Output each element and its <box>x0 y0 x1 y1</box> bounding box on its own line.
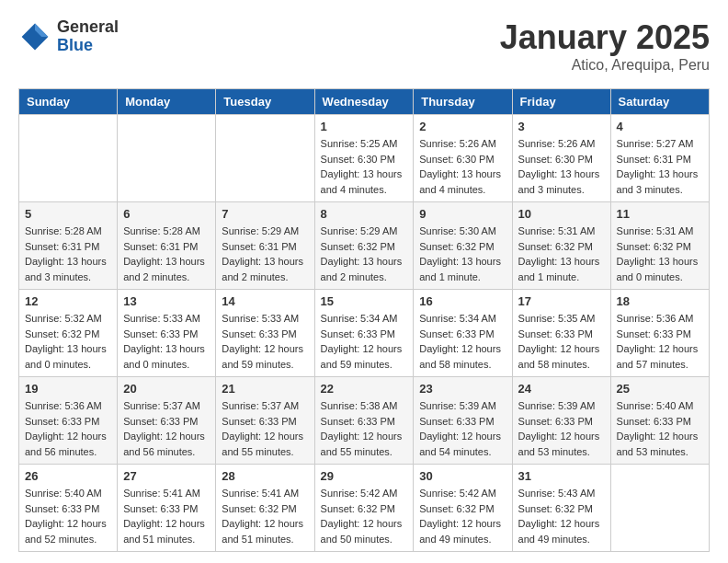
day-number: 7 <box>222 207 308 221</box>
table-row: 19 Sunrise: 5:36 AM Sunset: 6:33 PM Dayl… <box>19 377 118 465</box>
day-info: Sunrise: 5:36 AM Sunset: 6:33 PM Dayligh… <box>25 398 111 459</box>
daylight-hours: Daylight: 13 hours and 3 minutes. <box>518 168 600 195</box>
sunset: Sunset: 6:32 PM <box>321 241 395 252</box>
month-title: January 2025 <box>500 18 710 57</box>
day-info: Sunrise: 5:40 AM Sunset: 6:33 PM Dayligh… <box>25 486 111 546</box>
sunrise: Sunrise: 5:34 AM <box>419 313 496 324</box>
table-row: 30 Sunrise: 5:42 AM Sunset: 6:32 PM Dayl… <box>414 465 512 552</box>
day-info: Sunrise: 5:41 AM Sunset: 6:33 PM Dayligh… <box>123 486 210 546</box>
day-info: Sunrise: 5:42 AM Sunset: 6:32 PM Dayligh… <box>321 486 408 546</box>
sunset: Sunset: 6:33 PM <box>518 416 593 427</box>
title-block: January 2025 Atico, Arequipa, Peru <box>500 18 710 74</box>
calendar-week-row: 19 Sunrise: 5:36 AM Sunset: 6:33 PM Dayl… <box>19 377 710 465</box>
sunset: Sunset: 6:30 PM <box>518 154 593 165</box>
sunset: Sunset: 6:31 PM <box>25 241 99 252</box>
day-number: 13 <box>123 294 210 308</box>
day-number: 18 <box>617 294 703 308</box>
sunrise: Sunrise: 5:42 AM <box>321 488 398 499</box>
table-row: 11 Sunrise: 5:31 AM Sunset: 6:32 PM Dayl… <box>610 202 709 290</box>
daylight-hours: Daylight: 13 hours and 4 minutes. <box>419 168 501 195</box>
sunset: Sunset: 6:32 PM <box>518 241 593 252</box>
sunset: Sunset: 6:30 PM <box>419 154 494 165</box>
day-number: 2 <box>419 120 506 133</box>
sunrise: Sunrise: 5:39 AM <box>518 400 596 411</box>
table-row: 4 Sunrise: 5:27 AM Sunset: 6:31 PM Dayli… <box>610 115 709 202</box>
day-info: Sunrise: 5:39 AM Sunset: 6:33 PM Dayligh… <box>419 398 506 459</box>
sunset: Sunset: 6:33 PM <box>321 328 395 339</box>
day-number: 11 <box>617 207 703 221</box>
sunrise: Sunrise: 5:29 AM <box>222 225 299 236</box>
table-row: 23 Sunrise: 5:39 AM Sunset: 6:33 PM Dayl… <box>414 377 512 465</box>
daylight-hours: Daylight: 13 hours and 0 minutes. <box>617 256 699 282</box>
table-row: 14 Sunrise: 5:33 AM Sunset: 6:33 PM Dayl… <box>216 290 314 377</box>
day-number: 19 <box>25 382 111 396</box>
day-number: 23 <box>419 382 506 396</box>
sunrise: Sunrise: 5:36 AM <box>617 313 694 324</box>
table-row: 13 Sunrise: 5:33 AM Sunset: 6:33 PM Dayl… <box>118 290 216 377</box>
day-info: Sunrise: 5:31 AM Sunset: 6:32 PM Dayligh… <box>617 224 703 284</box>
table-row: 18 Sunrise: 5:36 AM Sunset: 6:33 PM Dayl… <box>610 290 709 377</box>
table-row: 17 Sunrise: 5:35 AM Sunset: 6:33 PM Dayl… <box>512 290 610 377</box>
day-info: Sunrise: 5:34 AM Sunset: 6:33 PM Dayligh… <box>419 311 506 372</box>
sunset: Sunset: 6:33 PM <box>617 328 691 339</box>
sunrise: Sunrise: 5:31 AM <box>617 225 694 236</box>
logo: General Blue <box>18 18 119 55</box>
sunrise: Sunrise: 5:28 AM <box>25 225 102 236</box>
sunset: Sunset: 6:32 PM <box>419 241 494 252</box>
sunrise: Sunrise: 5:25 AM <box>321 138 398 149</box>
day-info: Sunrise: 5:42 AM Sunset: 6:32 PM Dayligh… <box>419 486 506 546</box>
day-info: Sunrise: 5:38 AM Sunset: 6:33 PM Dayligh… <box>321 398 408 459</box>
daylight-hours: Daylight: 13 hours and 0 minutes. <box>25 343 107 370</box>
calendar-table: Sunday Monday Tuesday Wednesday Thursday… <box>18 88 710 552</box>
day-number: 4 <box>617 120 703 133</box>
table-row: 10 Sunrise: 5:31 AM Sunset: 6:32 PM Dayl… <box>512 202 610 290</box>
table-row: 26 Sunrise: 5:40 AM Sunset: 6:33 PM Dayl… <box>19 465 118 552</box>
sunrise: Sunrise: 5:32 AM <box>25 313 102 324</box>
day-number: 3 <box>518 120 605 133</box>
day-info: Sunrise: 5:37 AM Sunset: 6:33 PM Dayligh… <box>222 398 308 459</box>
table-row: 12 Sunrise: 5:32 AM Sunset: 6:32 PM Dayl… <box>19 290 118 377</box>
table-row: 31 Sunrise: 5:43 AM Sunset: 6:32 PM Dayl… <box>512 465 610 552</box>
day-info: Sunrise: 5:43 AM Sunset: 6:32 PM Dayligh… <box>518 486 605 546</box>
day-number: 1 <box>321 120 408 133</box>
day-number: 21 <box>222 382 308 396</box>
sunset: Sunset: 6:33 PM <box>25 503 99 514</box>
sunrise: Sunrise: 5:40 AM <box>617 400 694 411</box>
table-row: 16 Sunrise: 5:34 AM Sunset: 6:33 PM Dayl… <box>414 290 512 377</box>
day-info: Sunrise: 5:28 AM Sunset: 6:31 PM Dayligh… <box>123 224 210 284</box>
sunset: Sunset: 6:32 PM <box>25 328 99 339</box>
sunset: Sunset: 6:33 PM <box>123 328 198 339</box>
col-monday: Monday <box>118 89 216 115</box>
daylight-hours: Daylight: 12 hours and 59 minutes. <box>222 343 303 370</box>
sunrise: Sunrise: 5:35 AM <box>518 313 596 324</box>
table-row <box>216 115 314 202</box>
day-info: Sunrise: 5:28 AM Sunset: 6:31 PM Dayligh… <box>25 224 111 284</box>
sunrise: Sunrise: 5:43 AM <box>518 488 596 499</box>
sunset: Sunset: 6:30 PM <box>321 154 395 165</box>
sunset: Sunset: 6:32 PM <box>222 503 296 514</box>
table-row: 20 Sunrise: 5:37 AM Sunset: 6:33 PM Dayl… <box>118 377 216 465</box>
daylight-hours: Daylight: 12 hours and 57 minutes. <box>617 343 699 370</box>
table-row: 25 Sunrise: 5:40 AM Sunset: 6:33 PM Dayl… <box>610 377 709 465</box>
table-row: 22 Sunrise: 5:38 AM Sunset: 6:33 PM Dayl… <box>314 377 414 465</box>
sunrise: Sunrise: 5:26 AM <box>419 138 496 149</box>
daylight-hours: Daylight: 12 hours and 49 minutes. <box>419 518 501 545</box>
sunrise: Sunrise: 5:36 AM <box>25 400 102 411</box>
sunrise: Sunrise: 5:31 AM <box>518 225 596 236</box>
sunrise: Sunrise: 5:30 AM <box>419 225 496 236</box>
sunrise: Sunrise: 5:37 AM <box>222 400 299 411</box>
day-number: 8 <box>321 207 408 221</box>
calendar-week-row: 26 Sunrise: 5:40 AM Sunset: 6:33 PM Dayl… <box>19 465 710 552</box>
day-info: Sunrise: 5:32 AM Sunset: 6:32 PM Dayligh… <box>25 311 111 372</box>
sunrise: Sunrise: 5:41 AM <box>222 488 299 499</box>
daylight-hours: Daylight: 13 hours and 1 minute. <box>419 256 501 282</box>
table-row: 28 Sunrise: 5:41 AM Sunset: 6:32 PM Dayl… <box>216 465 314 552</box>
table-row <box>19 115 118 202</box>
daylight-hours: Daylight: 12 hours and 49 minutes. <box>518 518 600 545</box>
table-row: 1 Sunrise: 5:25 AM Sunset: 6:30 PM Dayli… <box>314 115 414 202</box>
day-info: Sunrise: 5:26 AM Sunset: 6:30 PM Dayligh… <box>518 136 605 197</box>
table-row: 3 Sunrise: 5:26 AM Sunset: 6:30 PM Dayli… <box>512 115 610 202</box>
sunset: Sunset: 6:32 PM <box>617 241 691 252</box>
table-row: 9 Sunrise: 5:30 AM Sunset: 6:32 PM Dayli… <box>414 202 512 290</box>
daylight-hours: Daylight: 13 hours and 0 minutes. <box>123 343 205 370</box>
